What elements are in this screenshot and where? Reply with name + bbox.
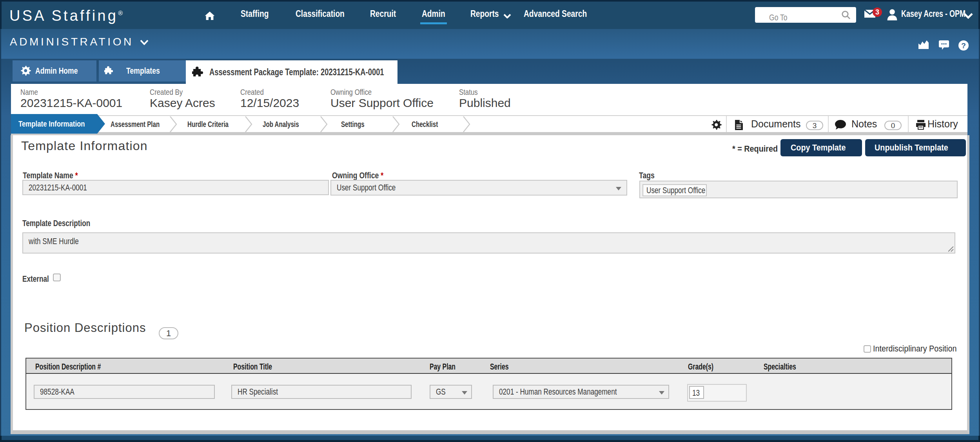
svg-text:?: ? [961, 42, 966, 50]
